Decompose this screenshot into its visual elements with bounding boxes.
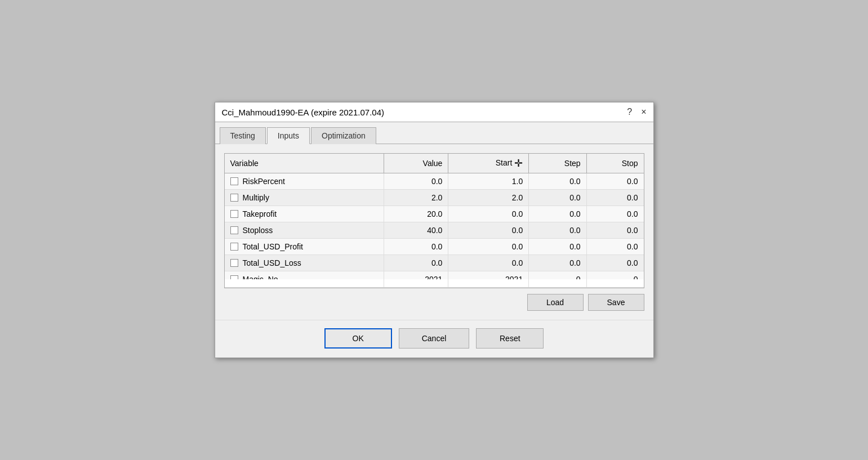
variable-label: Multiply — [243, 193, 269, 202]
cell-step: 0.0 — [529, 222, 586, 239]
cell-step: 0.0 — [529, 255, 586, 271]
table-row: Magic_No2021202100 — [225, 271, 644, 288]
cell-variable: RiskPercent — [225, 173, 384, 190]
row-checkbox[interactable] — [230, 226, 238, 234]
cell-value: 0.0 — [384, 239, 448, 255]
cell-start: 0.0 — [448, 206, 529, 222]
load-button[interactable]: Load — [527, 294, 584, 311]
cell-variable: Stoploss — [225, 222, 384, 239]
variable-label: Takeprofit — [243, 209, 277, 218]
cell-start: 0.0 — [448, 255, 529, 271]
table-row: Takeprofit20.00.00.00.0 — [225, 206, 644, 222]
close-button[interactable]: × — [641, 107, 646, 117]
cell-value: 2.0 — [384, 190, 448, 206]
cell-variable: Takeprofit — [225, 206, 384, 222]
col-step: Step — [529, 154, 586, 173]
row-checkbox[interactable] — [230, 210, 238, 218]
row-checkbox[interactable] — [230, 243, 238, 251]
cell-step: 0.0 — [529, 190, 586, 206]
col-value: Value — [384, 154, 448, 173]
cell-variable: Magic_No — [225, 271, 384, 288]
tab-optimization[interactable]: Optimization — [311, 127, 376, 144]
row-checkbox[interactable] — [230, 259, 238, 267]
cell-stop: 0.0 — [586, 255, 643, 271]
row-checkbox[interactable] — [230, 194, 238, 202]
window-title: Cci_Mahmoud1990-EA (expire 2021.07.04) — [222, 108, 385, 117]
cell-variable: Total_USD_Profit — [225, 239, 384, 255]
save-button[interactable]: Save — [588, 294, 644, 311]
cell-variable: Total_USD_Loss — [225, 255, 384, 271]
reset-button[interactable]: Reset — [476, 328, 544, 349]
cell-step: 0.0 — [529, 173, 586, 190]
help-button[interactable]: ? — [627, 107, 632, 117]
content-area: Variable Value Start ✛ Step — [215, 144, 653, 320]
cell-variable: Multiply — [225, 190, 384, 206]
table-row: Total_USD_Profit0.00.00.00.0 — [225, 239, 644, 255]
row-checkbox[interactable] — [230, 177, 238, 185]
title-bar: Cci_Mahmoud1990-EA (expire 2021.07.04) ?… — [215, 102, 653, 122]
cell-start: 2021 — [448, 271, 529, 288]
tab-inputs[interactable]: Inputs — [267, 127, 310, 144]
inputs-table-container: Variable Value Start ✛ Step — [224, 153, 644, 288]
cell-step: 0.0 — [529, 206, 586, 222]
cell-value: 40.0 — [384, 222, 448, 239]
ok-button[interactable]: OK — [324, 328, 392, 349]
cell-stop: 0 — [586, 271, 643, 288]
cancel-button[interactable]: Cancel — [399, 328, 470, 349]
row-checkbox[interactable] — [230, 275, 238, 283]
tab-bar: Testing Inputs Optimization — [215, 122, 653, 144]
title-bar-controls: ? × — [627, 107, 646, 117]
cell-start: 2.0 — [448, 190, 529, 206]
cell-stop: 0.0 — [586, 239, 643, 255]
col-stop: Stop — [586, 154, 643, 173]
inputs-table: Variable Value Start ✛ Step — [225, 154, 644, 288]
cell-stop: 0.0 — [586, 206, 643, 222]
table-row: Total_USD_Loss0.00.00.00.0 — [225, 255, 644, 271]
cell-stop: 0.0 — [586, 222, 643, 239]
table-row: RiskPercent0.01.00.00.0 — [225, 173, 644, 190]
cell-value: 0.0 — [384, 255, 448, 271]
cell-value: 2021 — [384, 271, 448, 288]
cell-start: 1.0 — [448, 173, 529, 190]
variable-label: Magic_No — [243, 275, 278, 284]
cell-start: 0.0 — [448, 222, 529, 239]
footer-row: OK Cancel Reset — [215, 320, 653, 358]
tab-testing[interactable]: Testing — [220, 127, 266, 144]
table-row: Stoploss40.00.00.00.0 — [225, 222, 644, 239]
table-row: Multiply2.02.00.00.0 — [225, 190, 644, 206]
resize-cursor-icon: ✛ — [514, 157, 523, 169]
cell-step: 0 — [529, 271, 586, 288]
cell-value: 20.0 — [384, 206, 448, 222]
cell-step: 0.0 — [529, 239, 586, 255]
variable-label: Total_USD_Loss — [243, 258, 301, 267]
cell-stop: 0.0 — [586, 173, 643, 190]
cell-value: 0.0 — [384, 173, 448, 190]
variable-label: RiskPercent — [243, 177, 285, 186]
load-save-row: Load Save — [224, 288, 644, 311]
dialog-window: Cci_Mahmoud1990-EA (expire 2021.07.04) ?… — [215, 102, 654, 358]
cell-start: 0.0 — [448, 239, 529, 255]
variable-label: Stoploss — [243, 226, 273, 235]
col-start: Start ✛ — [448, 154, 529, 173]
table-scroll[interactable]: Variable Value Start ✛ Step — [225, 154, 644, 288]
variable-label: Total_USD_Profit — [243, 242, 303, 251]
cell-stop: 0.0 — [586, 190, 643, 206]
col-variable: Variable — [225, 154, 384, 173]
